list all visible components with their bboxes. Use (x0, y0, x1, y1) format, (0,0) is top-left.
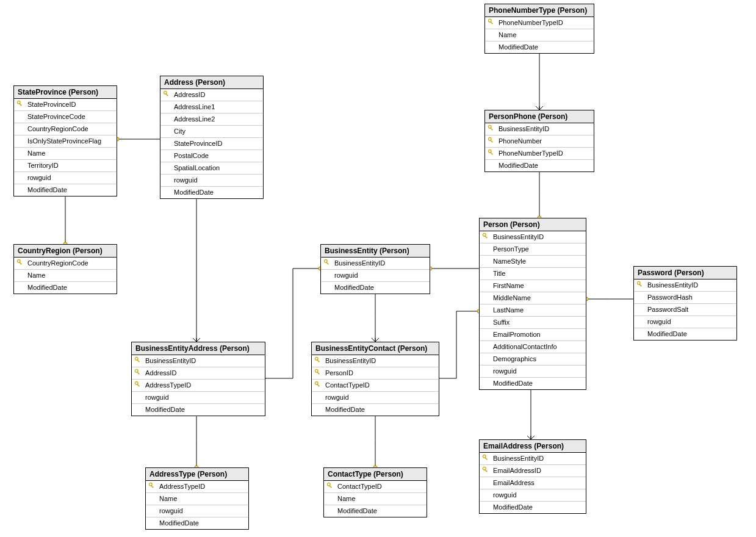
entity-title: ContactType (Person) (324, 468, 427, 481)
primary-key-icon (16, 259, 24, 266)
column-PhoneNumberTypeID[interactable]: PhoneNumberTypeID (485, 148, 594, 160)
column-Title[interactable]: Title (480, 268, 586, 280)
column-IsOnlyStateProvinceFlag[interactable]: IsOnlyStateProvinceFlag (14, 135, 117, 148)
column-Name[interactable]: Name (485, 29, 594, 41)
column-ModifiedDate[interactable]: ModifiedDate (485, 41, 594, 53)
column-MiddleName[interactable]: MiddleName (480, 292, 586, 305)
column-LastName[interactable]: LastName (480, 305, 586, 317)
column-rowguid[interactable]: rowguid (634, 316, 736, 328)
column-label: MiddleName (493, 294, 531, 301)
column-AddressTypeID[interactable]: AddressTypeID (132, 380, 265, 392)
column-label: PhoneNumberTypeID (499, 19, 563, 26)
column-BusinessEntityID[interactable]: BusinessEntityID (312, 355, 439, 367)
entity-Person[interactable]: Person (Person)BusinessEntityIDPersonTyp… (479, 218, 586, 390)
column-BusinessEntityID[interactable]: BusinessEntityID (132, 355, 265, 367)
column-AddressTypeID[interactable]: AddressTypeID (146, 481, 248, 493)
primary-key-icon (488, 18, 495, 26)
column-label: BusinessEntityID (647, 281, 698, 289)
column-City[interactable]: City (160, 126, 263, 138)
entity-title: Person (Person) (480, 218, 586, 231)
primary-key-icon (16, 100, 24, 107)
column-EmailPromotion[interactable]: EmailPromotion (480, 329, 586, 341)
column-PersonID[interactable]: PersonID (312, 367, 439, 380)
column-ModifiedDate[interactable]: ModifiedDate (160, 187, 263, 198)
entity-Password[interactable]: Password (Person)BusinessEntityIDPasswor… (633, 266, 737, 341)
column-label: PersonID (325, 369, 353, 377)
entity-PhoneNumberType[interactable]: PhoneNumberType (Person)PhoneNumberTypeI… (484, 4, 594, 54)
column-CountryRegionCode[interactable]: CountryRegionCode (14, 123, 117, 135)
entity-EmailAddress[interactable]: EmailAddress (Person)BusinessEntityIDEma… (479, 439, 586, 514)
column-AddressID[interactable]: AddressID (160, 89, 263, 101)
column-ModifiedDate[interactable]: ModifiedDate (480, 378, 586, 389)
column-BusinessEntityID[interactable]: BusinessEntityID (321, 258, 430, 270)
column-StateProvinceCode[interactable]: StateProvinceCode (14, 111, 117, 123)
entity-StateProvince[interactable]: StateProvince (Person)StateProvinceIDSta… (13, 85, 117, 196)
column-rowguid[interactable]: rowguid (14, 172, 117, 184)
entity-title: PersonPhone (Person) (485, 110, 594, 123)
column-label: ModifiedDate (334, 284, 374, 291)
entity-Address[interactable]: Address (Person)AddressIDAddressLine1Add… (160, 76, 264, 199)
column-EmailAddress[interactable]: EmailAddress (480, 477, 586, 489)
entity-BusinessEntity[interactable]: BusinessEntity (Person)BusinessEntityIDr… (320, 244, 430, 294)
column-Name[interactable]: Name (146, 493, 248, 505)
entity-PersonPhone[interactable]: PersonPhone (Person)BusinessEntityIDPhon… (484, 110, 594, 172)
column-ModifiedDate[interactable]: ModifiedDate (321, 282, 430, 294)
primary-key-icon (314, 356, 322, 364)
column-PasswordHash[interactable]: PasswordHash (634, 292, 736, 304)
entity-BusinessEntityAddress[interactable]: BusinessEntityAddress (Person)BusinessEn… (131, 342, 265, 416)
column-Name[interactable]: Name (14, 270, 117, 282)
column-ContactTypeID[interactable]: ContactTypeID (312, 380, 439, 392)
primary-key-icon (488, 124, 495, 132)
column-EmailAddressID[interactable]: EmailAddressID (480, 465, 586, 477)
column-ModifiedDate[interactable]: ModifiedDate (324, 505, 427, 517)
entity-CountryRegion[interactable]: CountryRegion (Person)CountryRegionCodeN… (13, 244, 117, 294)
entity-BusinessEntityContact[interactable]: BusinessEntityContact (Person)BusinessEn… (311, 342, 439, 416)
column-FirstName[interactable]: FirstName (480, 280, 586, 292)
column-ModifiedDate[interactable]: ModifiedDate (14, 184, 117, 196)
column-BusinessEntityID[interactable]: BusinessEntityID (634, 279, 736, 292)
column-AdditionalContactInfo[interactable]: AdditionalContactInfo (480, 341, 586, 353)
column-Name[interactable]: Name (14, 148, 117, 160)
entity-AddressType[interactable]: AddressType (Person)AddressTypeIDNamerow… (145, 467, 249, 530)
column-ModifiedDate[interactable]: ModifiedDate (132, 404, 265, 416)
column-ModifiedDate[interactable]: ModifiedDate (146, 517, 248, 529)
column-AddressLine2[interactable]: AddressLine2 (160, 114, 263, 126)
column-PostalCode[interactable]: PostalCode (160, 150, 263, 162)
column-StateProvinceID[interactable]: StateProvinceID (14, 99, 117, 111)
column-rowguid[interactable]: rowguid (132, 392, 265, 404)
column-PersonType[interactable]: PersonType (480, 243, 586, 256)
column-ModifiedDate[interactable]: ModifiedDate (634, 328, 736, 340)
column-NameStyle[interactable]: NameStyle (480, 256, 586, 268)
column-rowguid[interactable]: rowguid (312, 392, 439, 404)
column-label: TerritoryID (27, 162, 59, 169)
column-Suffix[interactable]: Suffix (480, 317, 586, 329)
column-TerritoryID[interactable]: TerritoryID (14, 160, 117, 172)
column-rowguid[interactable]: rowguid (480, 489, 586, 502)
column-ModifiedDate[interactable]: ModifiedDate (312, 404, 439, 416)
column-BusinessEntityID[interactable]: BusinessEntityID (485, 123, 594, 135)
column-label: IsOnlyStateProvinceFlag (27, 137, 101, 145)
column-Name[interactable]: Name (324, 493, 427, 505)
column-PhoneNumber[interactable]: PhoneNumber (485, 135, 594, 148)
column-ContactTypeID[interactable]: ContactTypeID (324, 481, 427, 493)
column-BusinessEntityID[interactable]: BusinessEntityID (480, 453, 586, 465)
column-ModifiedDate[interactable]: ModifiedDate (480, 502, 586, 513)
column-label: AddressLine2 (174, 115, 215, 123)
column-PasswordSalt[interactable]: PasswordSalt (634, 304, 736, 316)
column-ModifiedDate[interactable]: ModifiedDate (485, 160, 594, 171)
column-SpatialLocation[interactable]: SpatialLocation (160, 162, 263, 175)
column-BusinessEntityID[interactable]: BusinessEntityID (480, 231, 586, 243)
column-rowguid[interactable]: rowguid (480, 366, 586, 378)
column-rowguid[interactable]: rowguid (321, 270, 430, 282)
entity-ContactType[interactable]: ContactType (Person)ContactTypeIDNameMod… (323, 467, 427, 517)
column-StateProvinceID[interactable]: StateProvinceID (160, 138, 263, 150)
column-CountryRegionCode[interactable]: CountryRegionCode (14, 258, 117, 270)
column-AddressID[interactable]: AddressID (132, 367, 265, 380)
column-PhoneNumberTypeID[interactable]: PhoneNumberTypeID (485, 17, 594, 29)
column-rowguid[interactable]: rowguid (146, 505, 248, 517)
column-AddressLine1[interactable]: AddressLine1 (160, 101, 263, 114)
column-ModifiedDate[interactable]: ModifiedDate (14, 282, 117, 294)
column-rowguid[interactable]: rowguid (160, 175, 263, 187)
column-Demographics[interactable]: Demographics (480, 353, 586, 366)
column-label: Name (337, 495, 355, 502)
